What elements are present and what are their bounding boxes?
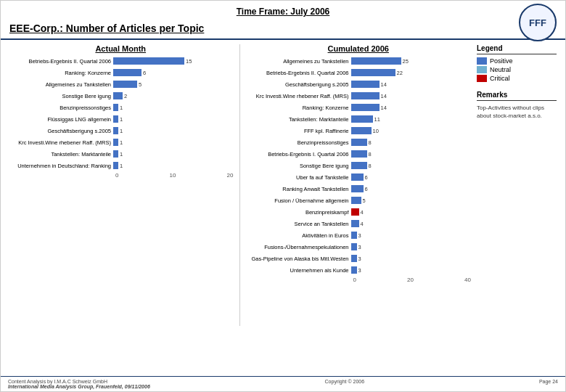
right-bar-container: 6 bbox=[351, 185, 472, 192]
left-bar-value: 1 bbox=[120, 105, 123, 111]
left-row-label: Unternehmen in Deutschland: Ranking bbox=[8, 163, 113, 169]
legend-label: Critical bbox=[490, 75, 510, 82]
right-row: Unternehmen als Kunde 3 bbox=[246, 265, 472, 275]
left-bar bbox=[113, 69, 142, 76]
right-bar-container: 3 bbox=[351, 266, 472, 274]
page-header: Time Frame: July 2006 bbox=[1, 1, 565, 20]
left-bar bbox=[113, 115, 118, 123]
right-bar-container: 14 bbox=[351, 92, 472, 99]
legend-label: Positive bbox=[490, 57, 513, 65]
right-bar-container: 8 bbox=[351, 139, 472, 146]
right-row: Geschäftsberigung s.2005 14 bbox=[246, 79, 472, 89]
right-row: Ranking Anwalt Tankstellen 6 bbox=[246, 184, 472, 194]
right-row-label: Service an Tankstellen bbox=[246, 221, 351, 227]
header-title: Time Frame: July 2006 bbox=[237, 7, 330, 17]
left-bar bbox=[113, 127, 118, 134]
left-row-label: Allgemeines zu Tankstellen bbox=[8, 81, 113, 88]
right-bar-value: 22 bbox=[397, 70, 403, 76]
left-bar bbox=[113, 104, 118, 111]
legend-title: Legend bbox=[477, 44, 557, 54]
right-row: Fusion / Übernahme allgemein 5 bbox=[246, 195, 472, 205]
right-row-label: Unternehmen als Kunde bbox=[246, 267, 351, 274]
right-row-label: Fusion / Übernahme allgemein bbox=[246, 197, 351, 204]
right-row: Gas-Pipeline von Alaska bis Mitl.Westen … bbox=[246, 253, 472, 264]
right-row: Aktivitäten in Euros 3 bbox=[246, 230, 472, 240]
right-bar-value: 8 bbox=[369, 151, 372, 158]
right-bar bbox=[351, 139, 367, 146]
right-bar bbox=[351, 115, 373, 123]
left-bar-container: 1 bbox=[113, 115, 234, 123]
left-bar-value: 6 bbox=[143, 70, 146, 76]
right-bar-value: 14 bbox=[381, 105, 387, 111]
right-row: Betriebs-Ergebnis I. Quartal 2006 8 bbox=[246, 149, 472, 159]
right-bar-container: 3 bbox=[351, 255, 472, 262]
right-row: Tankstellen: Marktanteile 11 bbox=[246, 114, 472, 124]
main-content: Actual Month Betriebs-Ergebnis II. Quart… bbox=[1, 40, 565, 330]
right-row: Betriebs-Ergebnis II. Quartal 2006 22 bbox=[246, 68, 472, 78]
left-bar bbox=[113, 81, 137, 88]
right-bar-container: 8 bbox=[351, 150, 472, 158]
left-x-20: 20 bbox=[227, 172, 234, 179]
left-x-axis: 0 10 20 bbox=[8, 172, 234, 179]
right-row: Fusions-/Übernahmespekulationen 3 bbox=[246, 242, 472, 252]
left-bar-container: 6 bbox=[113, 69, 234, 76]
left-row: Allgemeines zu Tankstellen 5 bbox=[8, 79, 234, 89]
right-bar-value: 3 bbox=[358, 232, 361, 239]
right-bar bbox=[351, 220, 359, 227]
footer-copyright: Copyright © 2006 bbox=[325, 379, 365, 389]
right-bar-value: 3 bbox=[358, 267, 361, 274]
actual-month-title: Actual Month bbox=[8, 44, 234, 53]
left-bar bbox=[113, 57, 184, 65]
right-bar-container: 3 bbox=[351, 243, 472, 250]
right-bar bbox=[351, 185, 364, 192]
right-row-label: Benzinpreiskampf bbox=[246, 209, 351, 216]
left-row-label: Krc Investi.Wine rhebener Raff. (MRS) bbox=[8, 139, 113, 146]
right-x-20: 20 bbox=[407, 277, 414, 283]
right-bar bbox=[351, 57, 401, 65]
legend-color-box bbox=[477, 75, 487, 82]
legend-color-box bbox=[477, 57, 487, 65]
actual-month-chart: Actual Month Betriebs-Ergebnis II. Quart… bbox=[8, 44, 240, 326]
left-bar-value: 2 bbox=[124, 93, 127, 99]
left-row: Betriebs-Ergebnis II. Quartal 2006 15 bbox=[8, 56, 234, 66]
right-bar bbox=[351, 150, 367, 158]
left-bar-container: 15 bbox=[113, 57, 234, 65]
left-row: Unternehmen in Deutschland: Ranking 1 bbox=[8, 160, 234, 171]
right-bar-value: 14 bbox=[381, 93, 387, 99]
right-bar bbox=[351, 127, 372, 134]
right-x-0: 0 bbox=[353, 277, 356, 283]
remarks-title: Remarks bbox=[477, 91, 557, 101]
right-bar-value: 4 bbox=[361, 209, 364, 216]
right-row-label: Betriebs-Ergebnis II. Quartal 2006 bbox=[246, 70, 351, 76]
page-title: EEE-Corp.: Number of Articles per Topic bbox=[9, 23, 204, 34]
cumulated-chart: Cumulated 2006 Allgemeines zu Tankstelle… bbox=[240, 44, 472, 326]
right-bar-value: 25 bbox=[403, 58, 409, 65]
right-row-label: Benzinpreissonstiges bbox=[246, 139, 351, 146]
left-row: Ranking: Konzerne 6 bbox=[8, 68, 234, 78]
left-bar-value: 1 bbox=[120, 139, 123, 146]
right-row-label: Uber fa auf Tankstelle bbox=[246, 174, 351, 181]
right-row-label: Allgemeines zu Tankstellen bbox=[246, 58, 351, 65]
right-bar-value: 3 bbox=[358, 244, 361, 250]
left-bar-value: 1 bbox=[120, 151, 123, 158]
left-bar-value: 5 bbox=[139, 81, 142, 88]
right-bar-value: 6 bbox=[365, 174, 368, 181]
right-bar-value: 8 bbox=[369, 163, 372, 169]
footer-left: Content Analysis by I.M.A.C Schweiz GmbH… bbox=[8, 379, 150, 389]
right-x-axis: 0 20 40 bbox=[246, 277, 472, 283]
right-bar-container: 14 bbox=[351, 81, 472, 88]
left-bar bbox=[113, 150, 118, 158]
left-row: Sonstige Bere igung 2 bbox=[8, 91, 234, 101]
left-bar bbox=[113, 139, 118, 146]
footer: Content Analysis by I.M.A.C Schweiz GmbH… bbox=[1, 376, 565, 391]
right-row-label: Betriebs-Ergebnis I. Quartal 2006 bbox=[246, 151, 351, 158]
right-bar-container: 6 bbox=[351, 173, 472, 181]
title-bar: EEE-Corp.: Number of Articles per Topic bbox=[1, 20, 565, 40]
left-row-label: Geschäftsberigung s.2005 bbox=[8, 128, 113, 134]
left-bar-container: 1 bbox=[113, 104, 234, 111]
right-row-label: Ranking Anwalt Tankstellen bbox=[246, 186, 351, 192]
legend-item: Positive bbox=[477, 57, 557, 65]
left-row-label: Sonstige Bere igung bbox=[8, 93, 113, 99]
right-row-label: Krc Investi.Wine rhebener Raff. (MRS) bbox=[246, 93, 351, 99]
right-bar bbox=[351, 81, 380, 88]
